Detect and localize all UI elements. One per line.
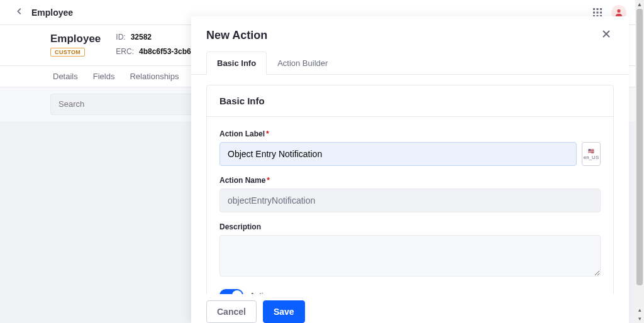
action-name-input[interactable] xyxy=(219,189,601,212)
required-mark: * xyxy=(266,129,269,138)
card-title: Basic Info xyxy=(207,85,613,117)
svg-rect-3 xyxy=(593,11,595,13)
svg-rect-1 xyxy=(597,8,599,10)
action-name-text: Action Name xyxy=(219,176,265,185)
tab-fields[interactable]: Fields xyxy=(93,72,115,81)
tab-relationships[interactable]: Relationships xyxy=(130,72,179,81)
active-toggle[interactable] xyxy=(219,289,243,294)
scroll-up-small-icon[interactable]: ▴ xyxy=(635,305,644,314)
modal-tabs: Basic Info Action Builder xyxy=(191,52,629,75)
description-input[interactable] xyxy=(219,235,601,276)
modal-footer: Cancel Save xyxy=(191,294,629,323)
custom-badge: CUSTOM xyxy=(50,48,85,57)
save-button[interactable]: Save xyxy=(263,300,305,323)
window-scrollbar[interactable]: ▲ ▴ ▾ xyxy=(635,0,644,323)
action-label-text: Action Label xyxy=(219,129,265,138)
new-action-modal: New Action Basic Info Action Builder Bas… xyxy=(191,16,629,323)
scroll-thumb[interactable] xyxy=(636,9,643,285)
svg-rect-5 xyxy=(600,11,602,13)
locale-button[interactable]: 🇺🇸 en_US xyxy=(582,142,601,166)
svg-rect-4 xyxy=(597,11,599,13)
required-mark: * xyxy=(267,176,270,185)
search-input[interactable] xyxy=(50,94,201,115)
svg-rect-0 xyxy=(593,8,595,10)
erc-label: ERC: xyxy=(116,45,134,59)
svg-point-9 xyxy=(617,9,620,12)
tab-basic-info[interactable]: Basic Info xyxy=(206,52,267,75)
cancel-button[interactable]: Cancel xyxy=(206,300,257,323)
basic-info-card: Basic Info Action Label* 🇺🇸 en_US xyxy=(206,85,614,294)
close-icon[interactable] xyxy=(599,26,614,44)
modal-title: New Action xyxy=(206,29,267,42)
action-label-input[interactable] xyxy=(219,142,577,166)
page-title: Employee xyxy=(31,8,73,18)
svg-rect-2 xyxy=(600,8,602,10)
back-icon[interactable] xyxy=(15,7,24,18)
scroll-down-arrow-icon[interactable]: ▾ xyxy=(635,314,644,323)
description-label: Description xyxy=(219,222,601,231)
tab-action-builder[interactable]: Action Builder xyxy=(267,52,338,75)
tab-details[interactable]: Details xyxy=(53,72,78,81)
object-title: Employee xyxy=(50,33,101,45)
action-name-label: Action Name* xyxy=(219,176,601,185)
scroll-up-arrow-icon[interactable]: ▲ xyxy=(635,0,644,9)
id-label: ID: xyxy=(116,30,125,45)
id-value: 32582 xyxy=(131,30,152,45)
flag-icon: 🇺🇸 xyxy=(588,148,594,154)
locale-label: en_US xyxy=(584,155,599,160)
action-label-label: Action Label* xyxy=(219,129,601,138)
